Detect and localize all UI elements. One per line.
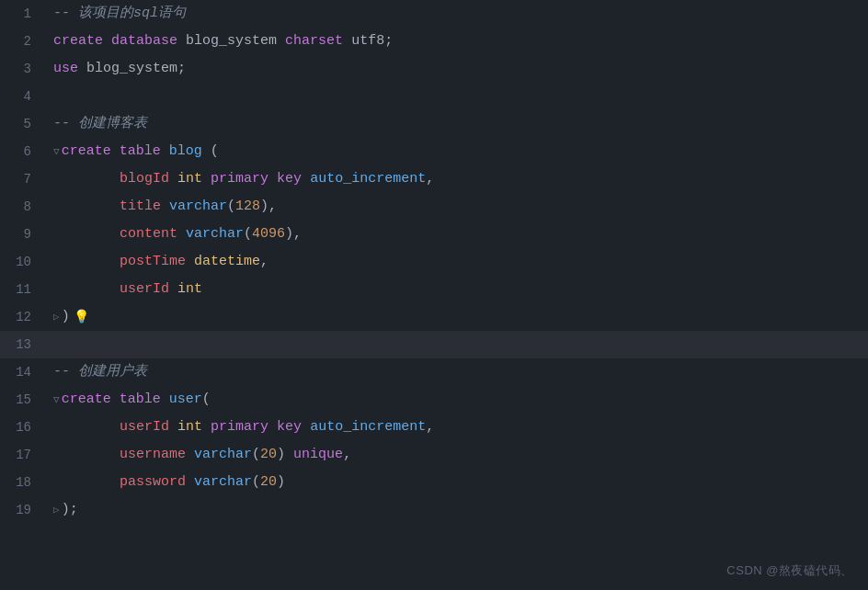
keyword-token: create bbox=[62, 386, 111, 414]
plain-token bbox=[111, 386, 120, 414]
function-token: auto_increment bbox=[310, 165, 426, 193]
line-content bbox=[46, 331, 53, 358]
type-token: int bbox=[177, 276, 202, 303]
type-token: int bbox=[177, 165, 202, 193]
plain-token bbox=[302, 165, 310, 193]
fold-arrow[interactable]: ▽ bbox=[53, 138, 60, 165]
identifier-token: password bbox=[120, 469, 186, 496]
code-line: 4 bbox=[0, 83, 868, 110]
line-number: 17 bbox=[0, 441, 46, 469]
line-number: 18 bbox=[0, 469, 46, 496]
plain-token: ); bbox=[62, 496, 78, 524]
code-line: 18 password varchar(20) bbox=[0, 469, 868, 496]
fold-close-arrow[interactable]: ▷ bbox=[53, 303, 60, 331]
watermark: CSDN @熬夜磕代码、 bbox=[726, 562, 853, 579]
line-content: userId int bbox=[46, 276, 202, 303]
plain-token: ), bbox=[260, 193, 277, 221]
function-token: auto_increment bbox=[310, 414, 426, 441]
number-token: 20 bbox=[260, 469, 277, 496]
plain-token bbox=[161, 138, 169, 165]
plain-token bbox=[202, 414, 211, 441]
plain-token: blog_system; bbox=[78, 55, 186, 83]
plain-token: ), bbox=[285, 221, 302, 248]
plain-token bbox=[186, 469, 194, 496]
function-token: user bbox=[169, 386, 202, 414]
line-content: ▷); bbox=[46, 496, 78, 524]
code-editor: 1-- 该项目的sql语句2create database blog_syste… bbox=[0, 0, 868, 590]
plain-token bbox=[169, 414, 177, 441]
plain-token: ( bbox=[252, 441, 260, 469]
fold-close-arrow[interactable]: ▷ bbox=[53, 496, 60, 524]
line-content: ▽create table blog ( bbox=[46, 138, 219, 165]
line-number: 16 bbox=[0, 414, 46, 441]
plain-token bbox=[161, 386, 169, 414]
identifier-token: postTime bbox=[120, 248, 186, 276]
plain-token bbox=[111, 138, 120, 165]
code-line: 9 content varchar(4096), bbox=[0, 221, 868, 248]
keyword-token: charset bbox=[285, 28, 343, 55]
plain-token: ( bbox=[202, 138, 219, 165]
line-content: ▽create table user( bbox=[46, 386, 211, 414]
plain-token: utf8; bbox=[351, 28, 393, 55]
code-line: 11 userId int bbox=[0, 276, 868, 303]
plain-token: ) bbox=[277, 441, 293, 469]
code-line: 2create database blog_system charset utf… bbox=[0, 28, 868, 55]
function-token: blog bbox=[169, 138, 202, 165]
plain-token bbox=[169, 165, 177, 193]
line-content: username varchar(20) unique, bbox=[46, 441, 351, 469]
line-content: password varchar(20) bbox=[46, 469, 285, 496]
keyword-token: table bbox=[120, 386, 161, 414]
line-content: create database blog_system charset utf8… bbox=[46, 28, 393, 55]
plain-token: ) bbox=[277, 469, 285, 496]
plain-token: ( bbox=[202, 386, 211, 414]
keyword-token: primary bbox=[211, 165, 268, 193]
line-content: postTime datetime, bbox=[46, 248, 268, 276]
plain-token bbox=[103, 28, 111, 55]
code-line: 17 username varchar(20) unique, bbox=[0, 441, 868, 469]
number-token: 128 bbox=[235, 193, 260, 221]
code-line: 6▽create table blog ( bbox=[0, 138, 868, 165]
line-number: 1 bbox=[0, 0, 46, 28]
keyword-token: use bbox=[53, 55, 78, 83]
keyword-token: primary bbox=[211, 414, 268, 441]
plain-token: ( bbox=[252, 469, 260, 496]
code-line: 14-- 创建用户表 bbox=[0, 358, 868, 386]
code-line: 15▽create table user( bbox=[0, 386, 868, 414]
code-line: 1-- 该项目的sql语句 bbox=[0, 0, 868, 28]
line-number: 9 bbox=[0, 221, 46, 248]
line-number: 15 bbox=[0, 386, 46, 414]
identifier-token: content bbox=[120, 221, 177, 248]
number-token: 20 bbox=[260, 441, 277, 469]
plain-token bbox=[169, 276, 177, 303]
type-token: datetime bbox=[194, 248, 260, 276]
keyword-token: database bbox=[111, 28, 177, 55]
identifier-token: userId bbox=[120, 414, 169, 441]
keyword-token: unique bbox=[293, 441, 343, 469]
line-number: 12 bbox=[0, 303, 46, 331]
plain-token bbox=[177, 221, 186, 248]
fold-arrow[interactable]: ▽ bbox=[53, 386, 60, 414]
plain-token bbox=[343, 28, 351, 55]
line-content: ▷)💡 bbox=[46, 303, 89, 331]
code-line: 12▷)💡 bbox=[0, 303, 868, 331]
line-content: userId int primary key auto_increment, bbox=[46, 414, 434, 441]
code-line: 5-- 创建博客表 bbox=[0, 110, 868, 138]
plain-token bbox=[202, 165, 211, 193]
code-line: 19▷); bbox=[0, 496, 868, 524]
code-line: 10 postTime datetime, bbox=[0, 248, 868, 276]
identifier-token: blogId bbox=[120, 165, 169, 193]
line-content: -- 该项目的sql语句 bbox=[46, 0, 186, 28]
keyword-token: create bbox=[62, 138, 111, 165]
line-number: 4 bbox=[0, 83, 46, 110]
plain-token: ) bbox=[62, 303, 70, 331]
identifier-token: userId bbox=[120, 276, 169, 303]
function-token: varchar bbox=[186, 221, 244, 248]
plain-token: ( bbox=[244, 221, 252, 248]
function-token: varchar bbox=[194, 469, 252, 496]
function-token: varchar bbox=[169, 193, 227, 221]
line-number: 3 bbox=[0, 55, 46, 83]
keyword-token: table bbox=[120, 138, 161, 165]
line-number: 11 bbox=[0, 276, 46, 303]
line-content: use blog_system; bbox=[46, 55, 186, 83]
type-token: int bbox=[177, 414, 202, 441]
